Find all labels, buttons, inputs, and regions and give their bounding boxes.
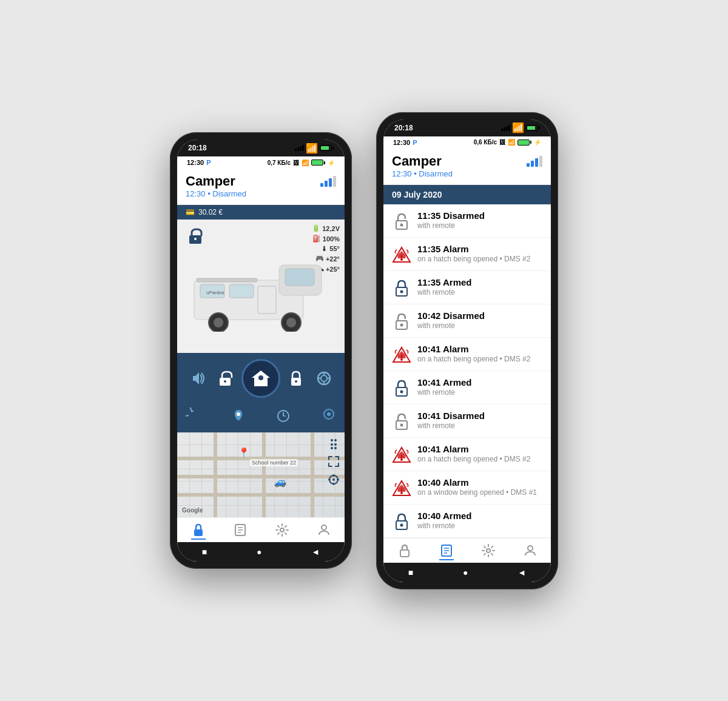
log-item: 10:41 Alarm on a hatch being opened • DM… xyxy=(383,438,551,471)
map-expand-button[interactable] xyxy=(328,455,340,470)
right-nav-settings[interactable] xyxy=(481,543,496,560)
left-carrier-label: P xyxy=(206,159,211,166)
log-item-sub: with remote xyxy=(417,421,542,430)
location-pin-button[interactable] xyxy=(232,409,245,425)
svg-point-63 xyxy=(400,358,403,361)
right-android-back-button[interactable]: ◄ xyxy=(517,568,526,577)
map-icon-button[interactable] xyxy=(322,408,336,426)
log-item-sub: with remote xyxy=(417,221,542,230)
log-item-sub: on a window being opened • DMS #1 xyxy=(417,488,542,497)
left-wifi-small: 📶 xyxy=(302,159,309,166)
right-android-stop-button[interactable]: ■ xyxy=(408,568,413,577)
timer-button[interactable] xyxy=(275,408,291,426)
nav-settings[interactable] xyxy=(275,523,289,540)
left-battery-small xyxy=(311,159,325,166)
nav-lock[interactable] xyxy=(191,523,206,540)
disarmed-lock-icon xyxy=(392,412,411,431)
svg-rect-77 xyxy=(400,550,409,557)
log-item-sub: on a hatch being opened • DMS #2 xyxy=(417,255,542,263)
log-nav-icon xyxy=(233,523,248,537)
signal-icon xyxy=(295,145,304,151)
left-signal-large xyxy=(320,176,336,187)
left-data-speed: 0,7 КБ/с xyxy=(268,159,291,166)
right-nav-log[interactable] xyxy=(439,543,454,560)
left-carrier-bar: 12:30 P 0,7 КБ/с 🖼 📶 ⚡ xyxy=(177,156,345,169)
right-battery-icon xyxy=(526,125,540,131)
log-item-title: 10:41 Alarm xyxy=(417,344,542,354)
log-item-title: 10:41 Disarmed xyxy=(417,411,542,421)
log-item: 11:35 Armed with remote xyxy=(383,271,551,304)
right-carrier-time: 12:30 xyxy=(393,139,410,146)
svg-rect-6 xyxy=(229,284,254,298)
lock-button[interactable] xyxy=(284,366,308,391)
svg-point-27 xyxy=(237,412,240,416)
log-item: 10:41 Disarmed with remote xyxy=(383,404,551,438)
left-action-row xyxy=(177,404,345,432)
right-wifi-small: 📶 xyxy=(508,139,515,146)
left-carrier-time: 12:30 xyxy=(187,159,204,166)
svg-point-11 xyxy=(286,318,296,327)
settings-nav-icon xyxy=(275,523,289,537)
nav-log[interactable] xyxy=(233,523,248,540)
svg-point-21 xyxy=(321,375,327,381)
svg-point-66 xyxy=(400,390,403,393)
right-wifi-icon: 📶 xyxy=(512,122,524,133)
right-nav-lock[interactable] xyxy=(397,543,412,560)
left-app-header: Camper 12:30 • Disarmed xyxy=(177,169,345,205)
svg-point-59 xyxy=(400,290,403,293)
log-item-text: 11:35 Alarm on a hatch being opened • DM… xyxy=(417,244,542,263)
svg-point-70 xyxy=(400,458,403,461)
right-nav-profile[interactable] xyxy=(523,543,538,560)
left-bottom-nav xyxy=(177,517,345,542)
balance-icon: 💳 xyxy=(186,208,195,216)
speaker-button[interactable] xyxy=(186,366,210,391)
map-dots-button[interactable] xyxy=(328,437,340,452)
log-item-text: 11:35 Disarmed with remote xyxy=(417,210,542,230)
log-item-title: 10:40 Alarm xyxy=(417,477,542,488)
log-item: 10:40 Armed with remote xyxy=(383,505,551,538)
android-stop-button[interactable]: ■ xyxy=(202,547,207,557)
right-android-nav: ■ ● ◄ xyxy=(383,563,551,582)
log-item: 10:42 Disarmed with remote xyxy=(383,304,551,338)
android-back-button[interactable]: ◄ xyxy=(311,547,320,557)
left-vehicle-section: 🔋 12,2V ⛽ 100% 🌡 55° 🎮 +22° xyxy=(177,220,345,353)
svg-point-36 xyxy=(331,443,333,446)
armed-lock-icon xyxy=(392,512,411,531)
svg-rect-4 xyxy=(285,269,314,286)
log-item-text: 10:41 Armed with remote xyxy=(417,377,542,397)
svg-point-33 xyxy=(327,412,331,416)
google-label: Google xyxy=(182,507,203,514)
home-button[interactable] xyxy=(241,359,280,398)
armed-lock-icon xyxy=(392,278,411,298)
svg-rect-16 xyxy=(258,380,264,386)
nav-profile[interactable] xyxy=(317,523,331,540)
alarm-icon xyxy=(392,445,411,465)
log-item-title: 10:41 Armed xyxy=(417,377,542,387)
unlock-button[interactable] xyxy=(214,366,238,391)
tire-button[interactable] xyxy=(312,366,336,391)
notch xyxy=(231,139,291,153)
alarm-icon xyxy=(392,478,411,498)
right-charging-icon: ⚡ xyxy=(534,139,541,146)
disarmed-lock-icon xyxy=(392,312,411,331)
right-battery-small xyxy=(517,139,531,146)
svg-point-54 xyxy=(400,223,403,226)
refresh-button[interactable] xyxy=(186,408,201,426)
left-control-panel xyxy=(177,353,345,404)
svg-point-51 xyxy=(280,528,284,532)
left-status-icons: 📶 xyxy=(295,143,334,154)
left-header-subtitle: 12:30 • Disarmed xyxy=(186,189,246,198)
alarm-icon xyxy=(392,345,411,364)
profile-nav-icon xyxy=(317,523,331,537)
map-center-button[interactable] xyxy=(328,474,340,488)
svg-point-56 xyxy=(400,258,403,261)
log-item-title: 11:35 Alarm xyxy=(417,244,542,254)
android-home-button[interactable]: ● xyxy=(257,547,261,557)
scene: 20:18 📶 12:30 P xyxy=(170,112,558,589)
log-item-text: 10:40 Alarm on a window being opened • D… xyxy=(417,477,542,497)
right-data-icon: 🖼 xyxy=(499,139,505,146)
right-android-home-button[interactable]: ● xyxy=(463,568,468,577)
log-item-sub: with remote xyxy=(417,388,542,397)
right-status-time: 20:18 xyxy=(394,124,413,132)
log-scroll-area[interactable]: 11:35 Disarmed with remote 11:35 Alarm o… xyxy=(383,204,551,538)
